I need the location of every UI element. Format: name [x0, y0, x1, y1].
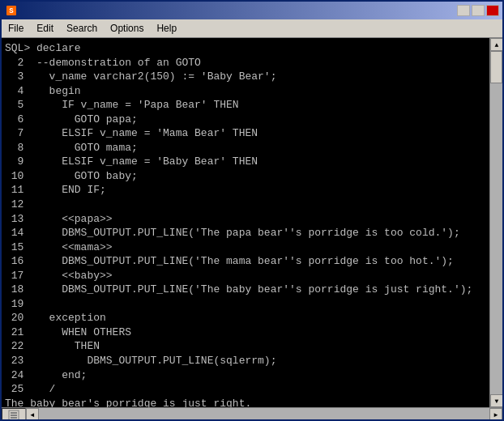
console-line: 25 /: [5, 382, 486, 397]
menu-help[interactable]: Help: [150, 21, 183, 36]
menu-file[interactable]: File: [2, 21, 30, 36]
console-line: 4 begin: [5, 84, 486, 99]
svg-rect-5: [11, 417, 17, 419]
svg-rect-3: [11, 412, 17, 414]
menu-options[interactable]: Options: [104, 21, 150, 36]
console-line: 14 DBMS_OUTPUT.PUT_LINE('The papa bear''…: [5, 226, 486, 240]
content-area: SQL> declare 2 --demonstration of an GOT…: [2, 38, 502, 407]
app-icon: S: [5, 4, 18, 17]
console-line: SQL> declare: [5, 41, 486, 56]
console-line: 24 end;: [5, 368, 486, 383]
console-pre: SQL> declare 2 --demonstration of an GOT…: [5, 41, 486, 407]
menu-bar: File Edit Search Options Help: [2, 19, 502, 38]
scroll-h-track[interactable]: [39, 408, 489, 421]
console-line: 16 DBMS_OUTPUT.PUT_LINE('The mama bear''…: [5, 254, 486, 269]
status-pane: [2, 408, 26, 421]
console-line: 12: [5, 198, 486, 212]
scroll-thumb[interactable]: [490, 51, 502, 83]
console-line: 22 THEN: [5, 339, 486, 354]
console-output[interactable]: SQL> declare 2 --demonstration of an GOT…: [2, 38, 489, 407]
console-line: 18 DBMS_OUTPUT.PUT_LINE('The baby bear''…: [5, 283, 486, 297]
menu-edit[interactable]: Edit: [30, 21, 60, 36]
svg-rect-4: [11, 415, 17, 416]
scroll-right-button[interactable]: ►: [489, 408, 502, 421]
console-line: 8 GOTO mama;: [5, 141, 486, 155]
console-line: 6 GOTO papa;: [5, 113, 486, 127]
console-line: 11 END IF;: [5, 183, 486, 198]
console-line: 17 <<baby>>: [5, 269, 486, 283]
maximize-button[interactable]: [472, 5, 485, 16]
console-line: 19: [5, 297, 486, 312]
menu-search[interactable]: Search: [60, 21, 104, 36]
console-line: 20 exception: [5, 311, 486, 325]
bottom-bar: ◄ ►: [2, 407, 502, 421]
scroll-left-button[interactable]: ◄: [26, 408, 39, 421]
console-line: 9 ELSIF v_name = 'Baby Bear' THEN: [5, 155, 486, 169]
window-controls: [457, 5, 499, 16]
console-line: 13 <<papa>>: [5, 212, 486, 227]
console-line: 21 WHEN OTHERS: [5, 325, 486, 340]
console-line: 5 IF v_name = 'Papa Bear' THEN: [5, 98, 486, 113]
minimize-button[interactable]: [457, 5, 470, 16]
console-line: 10 GOTO baby;: [5, 169, 486, 184]
scroll-down-button[interactable]: ▼: [490, 394, 503, 407]
console-line: 7 ELSIF v_name = 'Mama Bear' THEN: [5, 126, 486, 141]
console-line: 3 v_name varchar2(150) := 'Baby Bear';: [5, 70, 486, 84]
scroll-up-button[interactable]: ▲: [490, 38, 503, 51]
vertical-scrollbar[interactable]: ▲ ▼: [489, 38, 502, 407]
console-line: 23 DBMS_OUTPUT.PUT_LINE(sqlerrm);: [5, 354, 486, 368]
console-line: 2 --demonstration of an GOTO: [5, 56, 486, 70]
console-line: 15 <<mama>>: [5, 240, 486, 255]
close-button[interactable]: [486, 5, 499, 16]
console-line: The baby bear's porridge is just right.: [5, 397, 486, 407]
main-window: S File Edit Search Options Help SQL> dec…: [0, 0, 504, 421]
svg-text:S: S: [9, 7, 14, 15]
title-bar: S: [2, 2, 502, 19]
scroll-track[interactable]: [490, 51, 502, 394]
